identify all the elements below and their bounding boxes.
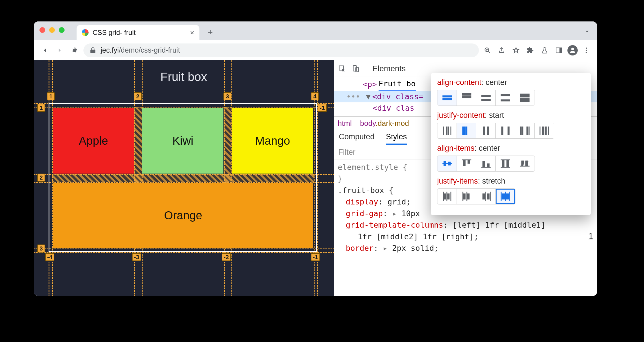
close-tab-icon[interactable]: ×	[190, 28, 194, 37]
popover-group-align-content: align-content: center	[437, 78, 585, 106]
minimize-window-icon[interactable]	[49, 27, 55, 33]
align-option-button[interactable]	[457, 90, 476, 106]
popover-button-row	[437, 156, 535, 172]
popover-button-row	[437, 90, 535, 106]
align-option-button[interactable]	[496, 90, 515, 106]
maximize-window-icon[interactable]	[59, 27, 65, 33]
grid-line-label: -1	[318, 104, 327, 112]
lock-icon	[89, 47, 97, 54]
align-option-button[interactable]	[476, 189, 496, 204]
address-bar[interactable]: jec.fyi/demo/css-grid-fruit	[83, 43, 479, 57]
inspect-icon[interactable]	[338, 65, 346, 72]
url-text: jec.fyi/demo/css-grid-fruit	[101, 46, 180, 54]
grid-line-label: 2	[37, 174, 45, 182]
menu-icon[interactable]	[581, 45, 592, 56]
tab-computed[interactable]: Computed	[339, 132, 375, 145]
align-option-button[interactable]	[437, 90, 457, 106]
popover-title: justify-items: stretch	[437, 177, 585, 186]
popover-group-justify-content: justify-content: start	[437, 111, 585, 139]
browser-tab[interactable]: CSS grid- fruit ×	[77, 25, 199, 40]
grid-line-label: 4	[311, 92, 319, 100]
grid-line-label: -3	[132, 253, 141, 261]
align-option-button[interactable]	[496, 123, 515, 138]
align-option-button[interactable]	[496, 189, 515, 204]
grid-line-label: -1	[311, 253, 320, 261]
align-option-button[interactable]	[457, 123, 476, 138]
grid-cell-mango: Mango	[232, 108, 313, 174]
line-number[interactable]: 1	[589, 232, 593, 241]
align-option-button[interactable]	[476, 90, 496, 106]
forward-button[interactable]	[54, 44, 66, 56]
align-option-button[interactable]	[457, 156, 476, 171]
zoom-icon[interactable]	[482, 45, 493, 56]
window-controls	[39, 27, 65, 33]
back-button[interactable]	[39, 44, 51, 56]
grid-line-label: 3	[37, 244, 45, 252]
dom-node[interactable]: <p>	[363, 79, 377, 90]
tab-strip: CSS grid- fruit × +	[34, 21, 597, 40]
svg-line-1	[488, 51, 490, 53]
device-icon[interactable]	[352, 65, 359, 72]
labs-icon[interactable]	[539, 45, 550, 56]
align-option-button[interactable]	[515, 156, 535, 171]
extensions-icon[interactable]	[525, 45, 536, 56]
side-panel-icon[interactable]	[553, 45, 565, 56]
flex-align-popover: align-content: centerjustify-content: st…	[431, 73, 591, 215]
align-option-button[interactable]	[515, 90, 535, 106]
devtools-tab-elements[interactable]: Elements	[372, 64, 406, 73]
grid-gap	[52, 174, 314, 182]
svg-point-8	[586, 52, 587, 53]
popover-title: justify-content: start	[437, 111, 585, 120]
align-option-button[interactable]	[437, 123, 457, 138]
popover-title: align-items: center	[437, 144, 585, 153]
align-option-button[interactable]	[476, 123, 496, 138]
grid-overlay: Apple Kiwi Mango Orange 1 2 3 4 -4 -3 -2…	[49, 103, 317, 258]
svg-point-6	[586, 47, 587, 49]
profile-avatar[interactable]	[567, 45, 578, 55]
grid-cell-orange: Orange	[53, 183, 313, 248]
grid-cell-kiwi: Kiwi	[142, 108, 223, 174]
align-option-button[interactable]	[437, 189, 457, 204]
grid-line-label: 2	[134, 92, 142, 100]
popover-group-justify-items: justify-items: stretch	[437, 177, 585, 204]
browser-window: CSS grid- fruit × + jec.fyi/demo/css-gri…	[34, 21, 597, 296]
popover-button-row	[437, 188, 515, 204]
content-area: Fruit box Apple	[34, 60, 597, 296]
grid-line-label: 1	[37, 104, 45, 112]
reload-button[interactable]	[69, 44, 81, 56]
grid-line-label: 1	[47, 92, 55, 100]
favicon-icon	[82, 29, 89, 36]
grid-line-label: -4	[45, 253, 54, 261]
dom-text: Fruit bo	[379, 78, 416, 91]
align-option-button[interactable]	[476, 156, 496, 171]
grid-line-label: 3	[223, 92, 231, 100]
browser-toolbar: jec.fyi/demo/css-grid-fruit	[34, 40, 597, 60]
page-preview: Fruit box Apple	[34, 60, 334, 296]
popover-button-row	[437, 123, 554, 139]
svg-rect-5	[559, 48, 562, 53]
align-option-button[interactable]	[457, 189, 476, 204]
close-window-icon[interactable]	[39, 27, 45, 33]
align-option-button[interactable]	[515, 123, 535, 138]
align-option-button[interactable]	[535, 123, 554, 138]
tab-styles[interactable]: Styles	[386, 132, 407, 145]
devtools-panel: Elements <p>Fruit bo ••• ▼ <div class= <	[334, 60, 597, 296]
popover-title: align-content: center	[437, 78, 585, 87]
tabs-overflow-icon[interactable]	[583, 28, 591, 35]
new-tab-button[interactable]: +	[205, 27, 216, 38]
svg-point-7	[586, 49, 587, 51]
ellipsis-icon[interactable]: •••	[342, 91, 364, 103]
align-option-button[interactable]	[437, 156, 457, 171]
grid-line-label: -2	[222, 253, 231, 261]
bookmark-icon[interactable]	[510, 45, 522, 56]
tab-title: CSS grid- fruit	[93, 29, 136, 37]
popover-group-align-items: align-items: center	[437, 144, 585, 172]
grid-cell-apple: Apple	[53, 108, 134, 174]
share-icon[interactable]	[496, 45, 507, 56]
align-option-button[interactable]	[496, 156, 515, 171]
page-heading: Fruit box	[34, 60, 334, 84]
